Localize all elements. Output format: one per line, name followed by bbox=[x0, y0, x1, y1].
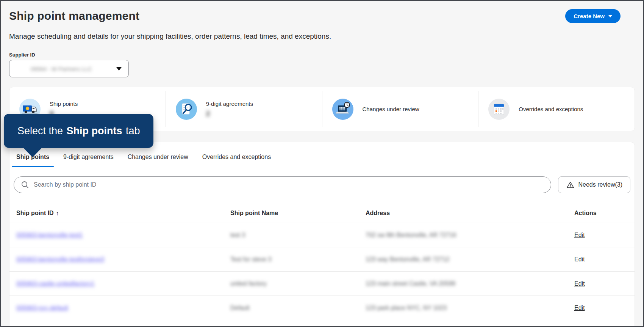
ship-point-name-redacted: united factory bbox=[230, 280, 366, 287]
page-title: Ship point management bbox=[9, 1, 635, 22]
edit-link[interactable]: Edit bbox=[574, 305, 585, 311]
warning-icon bbox=[566, 181, 575, 189]
supplier-id-select[interactable]: 09564 - W Partners LLC bbox=[9, 60, 129, 77]
ship-point-address-redacted: 123 park place NYC, NY 1023 bbox=[366, 305, 574, 311]
table-row: 005663-nyc-default Default 123 park plac… bbox=[9, 296, 635, 320]
card-label: 9-digit agreements bbox=[206, 101, 253, 107]
edit-link[interactable]: Edit bbox=[574, 256, 585, 263]
card-nine-digit-agreements[interactable]: 9-digit agreements 2 bbox=[166, 91, 322, 127]
card-label: Changes under review bbox=[363, 106, 419, 112]
ship-point-id-link-redacted[interactable]: 005663-castle-unitedfactory1 bbox=[16, 280, 94, 287]
search-input[interactable] bbox=[34, 181, 544, 188]
table-row: 005663-bentonville-testforsteve3 Test fo… bbox=[9, 247, 635, 271]
ship-point-name-redacted: test 3 bbox=[230, 232, 366, 239]
ship-points-table: Ship point ID↑ Ship point Name Address A… bbox=[9, 204, 635, 320]
card-label: Ship points bbox=[50, 101, 78, 107]
search-row: Needs review(3) bbox=[14, 176, 630, 193]
column-header-ship-point-name: Ship point Name bbox=[230, 210, 366, 217]
create-new-label: Create New bbox=[574, 13, 605, 19]
ship-point-address-redacted: 123 way Bentonville, AR 72712 bbox=[366, 256, 574, 263]
tooltip-text-prefix: Select the bbox=[17, 125, 63, 137]
ship-point-id-link-redacted[interactable]: 005663-bentonville-testforsteve3 bbox=[16, 256, 104, 263]
tooltip-text-suffix: tab bbox=[126, 125, 140, 137]
laptop-clock-icon bbox=[332, 99, 353, 120]
tooltip-arrow bbox=[23, 148, 42, 157]
page: Ship point management Create New Manage … bbox=[1, 1, 643, 326]
card-overrides-exceptions[interactable]: Overrides and exceptions bbox=[478, 91, 635, 127]
create-new-button[interactable]: Create New bbox=[565, 9, 621, 23]
chevron-down-icon bbox=[608, 15, 612, 17]
column-header-ship-point-id[interactable]: Ship point ID↑ bbox=[16, 210, 230, 217]
column-header-address: Address bbox=[366, 210, 574, 217]
needs-review-button[interactable]: Needs review(3) bbox=[558, 176, 630, 193]
table-row: 005663-bentonville-test1 test 3 702 sw 8… bbox=[9, 223, 635, 247]
ship-point-id-link-redacted[interactable]: 005663-nyc-default bbox=[16, 305, 68, 311]
calendar-icon bbox=[488, 99, 510, 120]
main-panel: Ship points 9-digit agreements Changes u… bbox=[9, 142, 635, 326]
search-icon bbox=[21, 181, 29, 189]
ship-point-address-redacted: 123 main street Castle, VA 20599 bbox=[366, 280, 574, 287]
card-count-redacted: 2 bbox=[206, 110, 210, 118]
edit-link[interactable]: Edit bbox=[574, 280, 585, 287]
svg-text:✺: ✺ bbox=[25, 106, 29, 111]
ship-point-name-redacted: Default bbox=[230, 305, 366, 311]
page-subtitle: Manage scheduling and details for your s… bbox=[9, 32, 635, 41]
chevron-down-icon bbox=[116, 67, 122, 71]
sort-ascending-icon[interactable]: ↑ bbox=[56, 210, 59, 216]
column-header-actions: Actions bbox=[574, 210, 635, 217]
ship-point-id-link-redacted[interactable]: 005663-bentonville-test1 bbox=[16, 232, 83, 238]
table-row: 005663-castle-unitedfactory1 united fact… bbox=[9, 271, 635, 296]
supplier-id-value-redacted: 09564 - W Partners LLC bbox=[16, 66, 92, 72]
edit-link[interactable]: Edit bbox=[574, 232, 585, 238]
ship-point-management-window: { "page": { "title": "Ship point managem… bbox=[0, 0, 644, 327]
supplier-id-label: Supplier ID bbox=[9, 52, 635, 58]
needs-review-label: Needs review(3) bbox=[578, 181, 622, 188]
card-label: Overrides and exceptions bbox=[519, 106, 583, 112]
card-changes-under-review[interactable]: Changes under review bbox=[322, 91, 478, 127]
ship-point-address-redacted: 702 sw 8th Bentonville, AR 72716 bbox=[366, 232, 574, 239]
tooltip-text-bold: Ship points bbox=[67, 125, 122, 137]
document-magnifier-icon bbox=[176, 99, 197, 120]
tab-overrides-exceptions[interactable]: Overrides and exceptions bbox=[202, 142, 271, 167]
search-box[interactable] bbox=[14, 176, 551, 193]
table-header-row: Ship point ID↑ Ship point Name Address A… bbox=[9, 204, 635, 223]
coachmark-tooltip: Select theShip pointstab bbox=[4, 114, 153, 148]
ship-point-name-redacted: Test for steve 3 bbox=[230, 256, 366, 263]
